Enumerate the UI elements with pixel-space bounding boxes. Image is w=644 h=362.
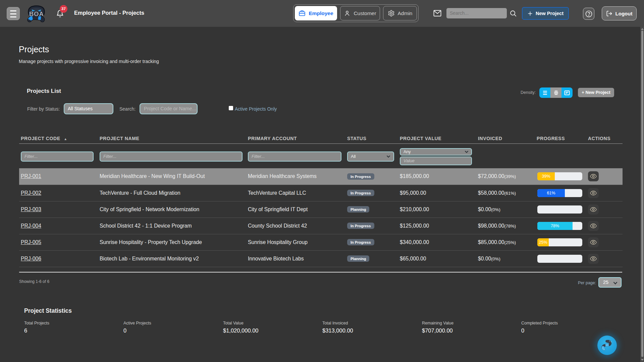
svg-text:BOA: BOA [29, 10, 44, 17]
